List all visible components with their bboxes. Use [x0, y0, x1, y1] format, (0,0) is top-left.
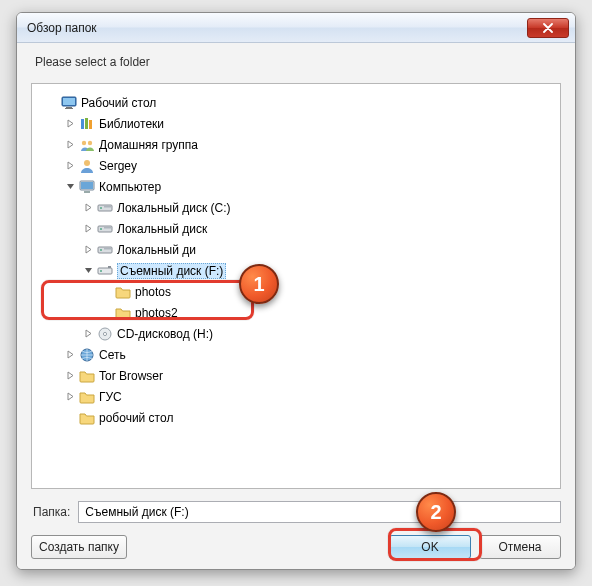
tree-node[interactable]: Локальный диск (C:)	[38, 197, 558, 218]
cancel-button[interactable]: Отмена	[479, 535, 561, 559]
svg-rect-1	[63, 98, 75, 105]
tree-node-label: Локальный ди	[117, 243, 196, 257]
chevron-down-icon[interactable]	[64, 181, 76, 193]
chevron-right-icon[interactable]	[64, 391, 76, 403]
svg-rect-21	[104, 248, 111, 250]
svg-rect-4	[81, 119, 84, 129]
close-button[interactable]	[527, 18, 569, 38]
tree-node[interactable]: Домашняя группа	[38, 134, 558, 155]
tree-node-label: ГУС	[99, 390, 122, 404]
svg-rect-12	[84, 191, 90, 193]
tree-node[interactable]: ГУС	[38, 386, 558, 407]
svg-point-20	[100, 249, 102, 251]
svg-point-26	[103, 332, 106, 335]
removable-icon	[96, 263, 113, 279]
chevron-right-icon[interactable]	[64, 370, 76, 382]
folder-icon	[78, 410, 95, 426]
desktop-icon	[60, 95, 77, 111]
svg-rect-15	[104, 206, 111, 208]
folder-icon	[78, 389, 95, 405]
svg-rect-5	[85, 118, 88, 129]
tree-node-label: Библиотеки	[99, 117, 164, 131]
tree-node[interactable]: Локальный диск	[38, 218, 558, 239]
expander-none	[46, 97, 58, 109]
hdd-icon	[96, 221, 113, 237]
user-icon	[78, 158, 95, 174]
window-title: Обзор папок	[27, 21, 527, 35]
tree-node-label: Локальный диск (C:)	[117, 201, 231, 215]
browse-folder-dialog: Обзор папок Please select a folder Рабоч…	[16, 12, 576, 570]
tree-node[interactable]: photos	[38, 281, 558, 302]
folder-tree[interactable]: Рабочий столБиблиотекиДомашняя группаSer…	[31, 83, 561, 489]
folder-icon	[114, 284, 131, 300]
tree-node-label: CD-дисковод (H:)	[117, 327, 213, 341]
svg-rect-11	[81, 182, 93, 189]
svg-point-14	[100, 207, 102, 209]
tree-node[interactable]: робочий стол	[38, 407, 558, 428]
tree-node[interactable]: photos2	[38, 302, 558, 323]
cd-icon	[96, 326, 113, 342]
hdd-icon	[96, 200, 113, 216]
ok-button[interactable]: OK	[389, 535, 471, 559]
tree-node[interactable]: Съемный диск (F:)	[38, 260, 558, 281]
tree-node-label: Сеть	[99, 348, 126, 362]
tree-node[interactable]: Библиотеки	[38, 113, 558, 134]
path-input[interactable]	[78, 501, 561, 523]
folder-icon	[78, 368, 95, 384]
computer-icon	[78, 179, 95, 195]
instruction-text: Please select a folder	[31, 55, 561, 69]
svg-point-24	[100, 270, 102, 272]
expander-none	[100, 286, 112, 298]
tree-node[interactable]: Sergey	[38, 155, 558, 176]
close-icon	[543, 23, 553, 33]
tree-node[interactable]: Рабочий стол	[38, 92, 558, 113]
svg-point-8	[87, 140, 91, 144]
tree-node-label: Рабочий стол	[81, 96, 156, 110]
chevron-right-icon[interactable]	[82, 223, 94, 235]
tree-node-label: Локальный диск	[117, 222, 207, 236]
tree-node[interactable]: Локальный ди	[38, 239, 558, 260]
tree-node-label: Sergey	[99, 159, 137, 173]
svg-point-17	[100, 228, 102, 230]
svg-point-7	[81, 140, 85, 144]
make-folder-button[interactable]: Создать папку	[31, 535, 127, 559]
titlebar: Обзор папок	[17, 13, 575, 43]
chevron-right-icon[interactable]	[82, 244, 94, 256]
svg-rect-6	[89, 120, 92, 129]
expander-none	[100, 307, 112, 319]
svg-point-9	[84, 160, 90, 166]
hdd-icon	[96, 242, 113, 258]
chevron-right-icon[interactable]	[64, 349, 76, 361]
tree-node-label: Компьютер	[99, 180, 161, 194]
svg-rect-23	[108, 266, 111, 268]
chevron-down-icon[interactable]	[82, 265, 94, 277]
chevron-right-icon[interactable]	[64, 160, 76, 172]
dialog-body: Please select a folder Рабочий столБибли…	[17, 43, 575, 569]
tree-node-label: photos2	[135, 306, 178, 320]
chevron-right-icon[interactable]	[82, 202, 94, 214]
svg-rect-18	[104, 227, 111, 229]
tree-node[interactable]: Сеть	[38, 344, 558, 365]
chevron-right-icon[interactable]	[64, 118, 76, 130]
homegroup-icon	[78, 137, 95, 153]
tree-node-label: Съемный диск (F:)	[117, 263, 226, 279]
tree-node-label: робочий стол	[99, 411, 173, 425]
library-icon	[78, 116, 95, 132]
tree-node-label: Домашняя группа	[99, 138, 198, 152]
chevron-right-icon[interactable]	[82, 328, 94, 340]
button-row: Создать папку OK Отмена	[31, 535, 561, 559]
expander-none	[64, 412, 76, 424]
svg-rect-3	[65, 108, 73, 109]
tree-node-label: Tor Browser	[99, 369, 163, 383]
svg-rect-2	[66, 107, 72, 108]
tree-node[interactable]: Компьютер	[38, 176, 558, 197]
network-icon	[78, 347, 95, 363]
tree-node-label: photos	[135, 285, 171, 299]
path-row: Папка:	[31, 501, 561, 523]
chevron-right-icon[interactable]	[64, 139, 76, 151]
folder-icon	[114, 305, 131, 321]
tree-node[interactable]: CD-дисковод (H:)	[38, 323, 558, 344]
tree-node[interactable]: Tor Browser	[38, 365, 558, 386]
path-label: Папка:	[31, 505, 70, 519]
